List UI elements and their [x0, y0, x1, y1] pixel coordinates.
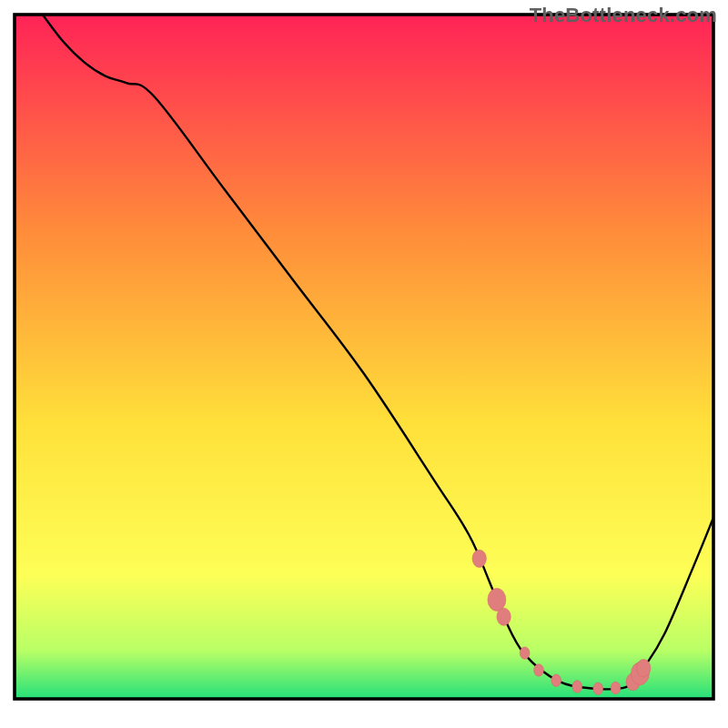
gradient-background	[15, 15, 713, 699]
curve-marker	[472, 550, 486, 567]
curve-marker	[520, 647, 530, 659]
curve-marker	[534, 664, 544, 676]
curve-marker	[551, 674, 561, 686]
curve-marker	[611, 682, 621, 693]
curve-marker	[593, 682, 603, 694]
watermark-text: TheBottleneck.com	[530, 4, 717, 27]
plot-area	[15, 15, 713, 699]
curve-marker	[572, 681, 582, 693]
curve-marker	[488, 588, 506, 611]
curve-marker	[637, 660, 651, 677]
chart-stage: TheBottleneck.com	[0, 0, 728, 728]
curve-marker	[497, 608, 511, 625]
bottleneck-chart	[0, 0, 728, 728]
